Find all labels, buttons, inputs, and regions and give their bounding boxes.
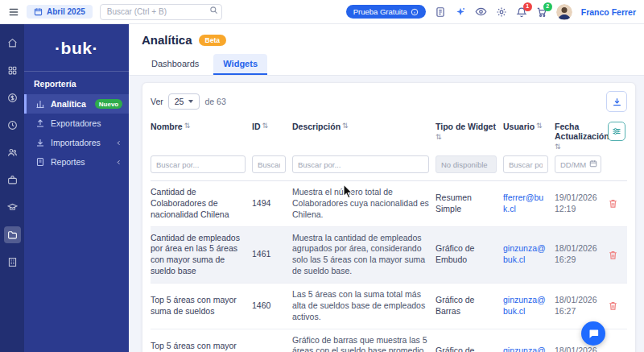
user-name[interactable]: Franco Ferrer: [581, 7, 636, 17]
column-header-id[interactable]: ID⇅: [252, 122, 292, 131]
search-icon: [209, 6, 218, 14]
topbar: Abril 2025 Prueba Gratuita: [0, 0, 644, 24]
column-header-usuario[interactable]: Usuario⇅: [503, 122, 555, 131]
chat-icon: [588, 328, 600, 340]
user-email-link[interactable]: ginzunza@buk.cl: [503, 295, 546, 316]
delete-button[interactable]: [608, 198, 625, 209]
filter-id-input[interactable]: [252, 155, 286, 173]
table-row[interactable]: Top 5 áreas con mayor suma de sueldos146…: [151, 283, 627, 329]
widget-name: Top 5 áreas con mayor suma de sueldos: [151, 295, 252, 317]
training-icon[interactable]: [4, 199, 21, 216]
nuevo-badge: Nuevo: [95, 99, 122, 109]
widget-type: Resumen Simple: [436, 193, 503, 215]
filter-tipo-input: [436, 155, 497, 173]
widget-id: 1460: [252, 300, 292, 312]
ver-label: Ver: [151, 97, 163, 106]
sort-icon[interactable]: ⇅: [536, 122, 543, 130]
widget-name: Cantidad de empleados por área en las 5 …: [151, 233, 252, 277]
table-row[interactable]: Cantidad de empleados por área en las 5 …: [151, 226, 627, 283]
period-selector[interactable]: Abril 2025: [27, 5, 93, 19]
filter-nombre-input[interactable]: [151, 155, 246, 173]
organization-icon[interactable]: [4, 254, 21, 271]
column-header-descripcion[interactable]: Descripción⇅: [292, 122, 436, 131]
table-header-row: Nombre⇅ ID⇅ Descripción⇅ Tipo de Widget⇅…: [151, 118, 627, 155]
widgets-table-card: Ver 25 de 63 Nombre⇅: [142, 82, 636, 352]
sort-icon[interactable]: ⇅: [262, 122, 269, 130]
search-input[interactable]: [100, 4, 222, 20]
briefcase-icon[interactable]: [4, 172, 21, 188]
time-icon[interactable]: [4, 117, 21, 134]
update-timestamp: 18/01/202616:29: [555, 243, 608, 266]
tab-widgets[interactable]: Widgets: [213, 54, 267, 75]
apps-grid-icon[interactable]: [4, 62, 21, 79]
beta-badge: Beta: [199, 35, 226, 46]
sort-icon[interactable]: ⇅: [436, 133, 442, 141]
sidebar-item-reportes[interactable]: Reportes: [24, 152, 129, 172]
column-header-tipo[interactable]: Tipo de Widget⇅: [436, 122, 503, 141]
buk-logo: ·buk·: [24, 24, 129, 71]
sidebar: ·buk· Reportería Analítica Nuevo Exporta…: [24, 24, 129, 352]
widget-description: Muestra el número total de Colaboradores…: [292, 187, 436, 221]
sort-icon[interactable]: ⇅: [342, 122, 349, 130]
page-title: Analítica: [142, 33, 192, 47]
widget-description: Las 5 áreas con la suma total más alta d…: [292, 289, 436, 323]
filter-usuario-input[interactable]: [503, 155, 548, 173]
download-button[interactable]: [606, 91, 627, 112]
import-icon: [35, 138, 45, 147]
widget-name: Cantidad de Colaboradores de nacionalida…: [151, 187, 252, 221]
user-email-link[interactable]: ginzunza@buk.cl: [503, 243, 546, 264]
user-avatar[interactable]: [556, 4, 572, 20]
sort-icon[interactable]: ⇅: [184, 122, 191, 130]
tab-dashboards[interactable]: Dashboards: [142, 54, 208, 75]
home-icon[interactable]: [4, 35, 21, 52]
info-icon: [411, 8, 419, 16]
period-label: Abril 2025: [47, 7, 85, 16]
table-row[interactable]: Cantidad de Colaboradores de nacionalida…: [151, 181, 627, 226]
cart-badge: 2: [543, 2, 552, 11]
notification-badge: 1: [523, 2, 532, 11]
page-size-select[interactable]: 25: [168, 93, 200, 110]
column-header-nombre[interactable]: Nombre⇅: [151, 122, 252, 131]
eye-icon[interactable]: [475, 6, 487, 18]
delete-button[interactable]: [608, 300, 625, 311]
gear-icon[interactable]: [496, 6, 507, 18]
ai-sparkle-icon[interactable]: [455, 6, 466, 18]
filter-fecha-input[interactable]: [555, 155, 601, 173]
user-email-link[interactable]: fferrer@buk.cl: [503, 193, 543, 213]
page-header: Analítica Beta Dashboards Widgets: [129, 24, 644, 76]
widget-type: Gráfico de Barras: [436, 295, 503, 317]
people-icon[interactable]: [4, 144, 21, 161]
chevron-down-icon: [188, 100, 193, 103]
menu-icon[interactable]: [8, 6, 19, 18]
content-area: Ver 25 de 63 Nombre⇅: [129, 76, 644, 352]
sidebar-item-analitica[interactable]: Analítica Nuevo: [24, 94, 129, 114]
sort-icon[interactable]: ⇅: [555, 143, 561, 151]
widget-description: Muestra la cantidad de empleados agrupad…: [292, 233, 436, 277]
topbar-actions: Prueba Gratuita 1: [346, 4, 636, 20]
column-header-fecha[interactable]: Fecha Actualización⇅: [555, 122, 608, 151]
filter-descripcion-input[interactable]: [292, 155, 429, 173]
trial-button[interactable]: Prueba Gratuita: [346, 5, 426, 19]
sidebar-item-importadores[interactable]: Importadores: [24, 133, 129, 152]
payroll-icon[interactable]: [4, 89, 21, 106]
module-rail: [0, 24, 24, 352]
table-body: Cantidad de Colaboradores de nacionalida…: [151, 181, 627, 352]
calendar-icon: [34, 7, 43, 16]
user-email-link[interactable]: ginzunza@buk.cl: [503, 346, 546, 352]
widget-id: 1461: [252, 249, 292, 260]
sidebar-item-exportadores[interactable]: Exportadores: [24, 114, 129, 133]
delete-button[interactable]: [608, 250, 625, 260]
cart-icon[interactable]: 2: [536, 6, 547, 18]
analytics-icon: [35, 99, 45, 109]
app-window: Abril 2025 Prueba Gratuita: [0, 0, 644, 352]
export-icon: [35, 118, 45, 128]
chat-launcher-button[interactable]: [581, 321, 605, 346]
table-filter-row: [151, 155, 627, 181]
column-settings-button[interactable]: [608, 122, 625, 141]
bell-icon[interactable]: 1: [516, 6, 527, 18]
documents-folder-icon[interactable]: [4, 226, 21, 243]
update-timestamp: 18/01/202616:27: [555, 295, 608, 317]
widget-type: Gráfico de Embudo: [436, 243, 503, 266]
table-row[interactable]: Top 5 áreas con mayor sueldo base promed…: [151, 329, 627, 352]
notes-icon[interactable]: [435, 6, 446, 18]
